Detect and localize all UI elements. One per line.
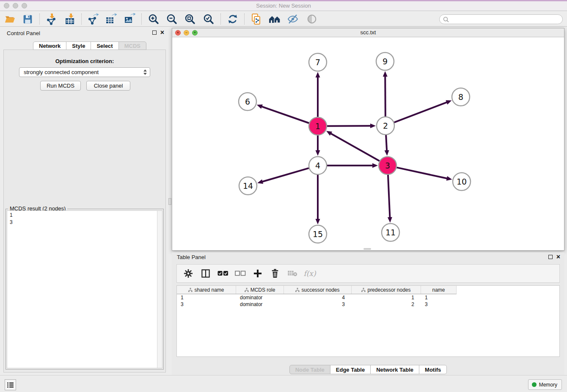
memory-button[interactable]: Memory: [528, 379, 562, 390]
doc-close-button[interactable]: ×: [175, 30, 181, 36]
show-all-icon[interactable]: [306, 13, 318, 25]
network-window-titlebar[interactable]: × − + scc.txt: [172, 28, 564, 37]
edge-1-6[interactable]: [261, 106, 309, 123]
table-cell: 4: [284, 294, 352, 301]
search-field[interactable]: [439, 14, 563, 24]
network-window-title: scc.txt: [172, 28, 564, 37]
edge-3-1[interactable]: [330, 133, 380, 161]
run-mcds-button[interactable]: Run MCDS: [40, 81, 81, 91]
close-window-button[interactable]: [4, 3, 9, 8]
panel-divider-grip[interactable]: [168, 198, 171, 205]
zoom-out-icon[interactable]: [165, 13, 178, 25]
column-header-name[interactable]: name: [421, 286, 457, 294]
edge-2-3[interactable]: [386, 135, 387, 151]
close-panel-icon[interactable]: ×: [160, 30, 164, 35]
table-settings-icon[interactable]: [183, 268, 194, 279]
column-header-shared-name[interactable]: shared name: [177, 286, 236, 294]
deselect-all-columns-icon[interactable]: [235, 268, 246, 279]
search-input[interactable]: [449, 16, 562, 23]
edge-2-8[interactable]: [394, 102, 448, 122]
control-panel-tabs: NetworkStyleSelectMCDS: [33, 41, 146, 50]
criterion-value: strongly connected component: [24, 69, 99, 75]
optimization-criterion-label: Optimization criterion:: [4, 58, 165, 64]
close-panel-button[interactable]: Close panel: [86, 81, 130, 91]
edge-4-14[interactable]: [262, 168, 309, 182]
first-neighbors-icon[interactable]: [268, 13, 281, 25]
create-column-icon[interactable]: [252, 268, 263, 279]
mcds-result-text: 1 3: [7, 211, 157, 368]
edge-2-9[interactable]: [385, 76, 385, 116]
control-panel-header: Control Panel ×: [0, 28, 169, 39]
zoom-in-icon[interactable]: [147, 13, 160, 25]
zoom-window-button[interactable]: [22, 3, 27, 8]
doc-zoom-button[interactable]: +: [192, 30, 198, 36]
node-label-6: 6: [245, 97, 250, 106]
mcds-result-area[interactable]: 1 3: [7, 210, 162, 368]
column-type-icon: [295, 288, 300, 292]
mcds-result-group: MCDS result (2 nodes) 1 3: [6, 209, 164, 370]
column-type-icon: [188, 288, 193, 292]
column-header-successor-nodes[interactable]: successor nodes: [284, 286, 352, 294]
column-header-predecessor-nodes[interactable]: predecessor nodes: [352, 286, 421, 294]
table-row[interactable]: 1dominator411: [177, 294, 457, 301]
zoom-fit-icon[interactable]: [184, 13, 196, 25]
delete-table-icon[interactable]: [287, 268, 298, 279]
column-type-icon: [245, 288, 249, 292]
criterion-select[interactable]: strongly connected component: [19, 67, 150, 77]
tab-edge-table[interactable]: Edge Table: [330, 365, 371, 374]
node-table[interactable]: shared nameMCDS rolesuccessor nodesprede…: [176, 285, 560, 357]
edge-arrow-4-14: [257, 179, 263, 184]
node-label-2: 2: [383, 121, 388, 130]
tab-motifs[interactable]: Motifs: [419, 365, 447, 374]
delete-column-icon[interactable]: [270, 268, 281, 279]
table-cell: dominator: [236, 301, 284, 308]
zoom-selected-icon[interactable]: [202, 13, 215, 25]
table-row[interactable]: 3dominator323: [177, 301, 457, 308]
doc-minimize-button[interactable]: −: [184, 30, 189, 36]
tab-select[interactable]: Select: [91, 41, 118, 50]
node-label-11: 11: [385, 228, 396, 237]
function-builder-icon[interactable]: f(x): [304, 268, 315, 279]
edge-3-10[interactable]: [396, 168, 447, 179]
close-table-panel-icon[interactable]: ×: [556, 255, 560, 259]
open-session-icon[interactable]: [3, 13, 16, 25]
show-column-panel-icon[interactable]: [200, 268, 211, 279]
tab-node-table[interactable]: Node Table: [289, 365, 330, 374]
edge-1-2[interactable]: [327, 126, 371, 126]
edge-arrow-3-11: [388, 217, 392, 223]
float-panel-icon[interactable]: [152, 30, 157, 35]
apply-layout-icon[interactable]: [226, 13, 239, 25]
result-scrollbar[interactable]: [157, 211, 162, 368]
column-header-mcds-role[interactable]: MCDS role: [236, 286, 284, 294]
mcds-panel: Optimization criterion: strongly connect…: [3, 50, 166, 373]
status-bar: Memory: [0, 375, 567, 392]
network-canvas[interactable]: 7968124314101511: [172, 37, 564, 250]
export-network-icon[interactable]: [86, 13, 99, 25]
status-menu-button[interactable]: [5, 379, 16, 390]
node-label-14: 14: [243, 181, 253, 190]
export-table-icon[interactable]: [105, 13, 117, 25]
tab-network-table[interactable]: Network Table: [370, 365, 419, 374]
edge-arrow-4-15: [316, 219, 320, 224]
import-table-icon[interactable]: [64, 13, 77, 25]
table-cell: dominator: [236, 294, 284, 301]
import-network-icon[interactable]: [45, 13, 58, 25]
table-panel: Table Panel × f(x) shared nameMCDS r: [172, 252, 564, 375]
table-header-row: shared nameMCDS rolesuccessor nodesprede…: [177, 286, 457, 294]
node-label-1: 1: [315, 121, 320, 131]
export-image-icon[interactable]: [123, 13, 136, 25]
table-panel-tabs: Node TableEdge TableNetwork TableMotifs: [172, 365, 564, 374]
node-label-4: 4: [315, 161, 320, 170]
tab-style[interactable]: Style: [66, 41, 91, 50]
canvas-scroll-grip[interactable]: [363, 248, 371, 250]
save-session-icon[interactable]: [21, 13, 34, 25]
select-all-columns-icon[interactable]: [217, 268, 228, 279]
minimize-window-button[interactable]: [13, 3, 18, 8]
duplicate-network-icon[interactable]: [250, 13, 262, 25]
edge-3-11[interactable]: [388, 175, 390, 218]
tab-network[interactable]: Network: [33, 41, 66, 50]
tab-mcds[interactable]: MCDS: [118, 41, 146, 50]
control-panel-title: Control Panel: [7, 30, 40, 36]
float-table-panel-icon[interactable]: [548, 255, 553, 259]
hide-selected-icon[interactable]: [286, 13, 299, 25]
